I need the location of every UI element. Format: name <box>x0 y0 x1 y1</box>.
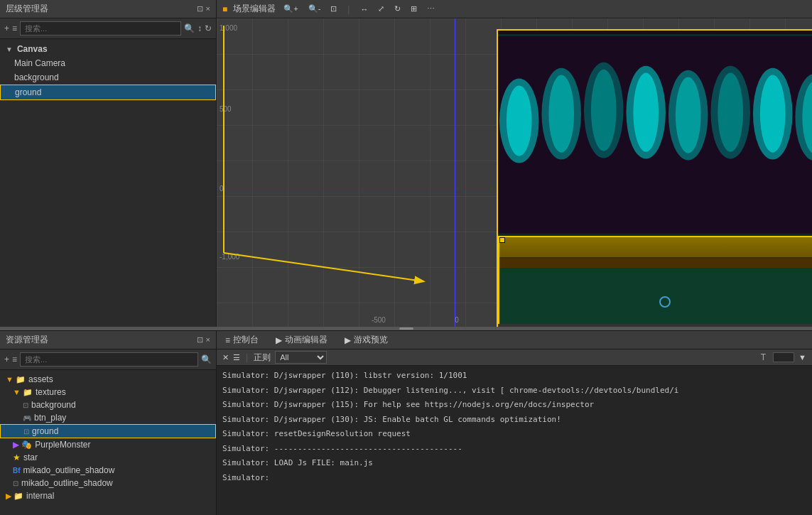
asset-item-textures[interactable]: ▼ 📁 textures <box>0 386 216 399</box>
preview-tab-icon: ▶ <box>345 335 351 345</box>
hierarchy-header: 层级管理器 ⊡ × <box>0 0 216 18</box>
hierarchy-search-button[interactable]: 🔍 <box>184 23 195 33</box>
hierarchy-icon-2[interactable]: × <box>206 4 210 13</box>
toolbar-btn-5[interactable]: ⋯ <box>425 4 437 14</box>
asset-item-background-texture[interactable]: ⊡ background <box>0 399 216 411</box>
asset-item-mikado-texture[interactable]: ⊡ mikado_outline_shadow <box>0 477 216 489</box>
hierarchy-refresh-button[interactable]: ↻ <box>205 23 212 33</box>
stop-button[interactable]: ✕ <box>222 353 229 362</box>
toolbar-btn-2[interactable]: ⤢ <box>376 4 386 14</box>
folder-icon-internal: ▶ 📁 <box>6 492 23 501</box>
hierarchy-sort-button[interactable]: ↕ <box>197 23 202 33</box>
texture-icon-bg: ⊡ <box>23 401 28 409</box>
asset-item-purple-monster[interactable]: ▶ 🎭 PurpleMonster <box>0 438 216 451</box>
console-toolbar: ✕ ☰ | 正则 All Errors Warnings T 14 ▼ <box>217 349 812 366</box>
hierarchy-search-bar: + ≡ 🔍 ↕ ↻ <box>0 18 216 39</box>
background-texture-label: background <box>31 400 76 410</box>
asset-item-assets[interactable]: ▼ 📁 assets <box>0 373 216 386</box>
scene-canvas[interactable]: 1,000 500 0 -1,000 -500 0 500 1,000 <box>217 18 812 327</box>
purple-icon: ▶ 🎭 <box>13 440 32 450</box>
folder-icon-assets: ▼ 📁 <box>6 375 26 384</box>
tab-preview[interactable]: ▶ 游戏预览 <box>336 331 396 349</box>
tree-item-canvas[interactable]: ▼ Canvas <box>0 42 216 56</box>
font-size-input[interactable]: 14 <box>773 352 794 362</box>
console-line-4: Simulator: resetDesignResolution request <box>222 427 806 442</box>
tab-console[interactable]: ≡ 控制台 <box>217 331 267 349</box>
preview-tab-label: 游戏预览 <box>354 334 388 346</box>
toolbar-btn-1[interactable]: ↔ <box>358 4 370 14</box>
star-label: star <box>23 452 38 462</box>
console-line-2: Simulator: D/jswrapper (115): For help s… <box>222 398 806 413</box>
toolbar-btn-3[interactable]: ↻ <box>392 4 403 14</box>
texture-icon-ground: ⊡ <box>23 428 29 435</box>
ground-label: ground <box>15 87 41 97</box>
ruler-bot-neg500: -500 <box>372 316 386 324</box>
assets-search-input[interactable] <box>20 352 198 367</box>
assets-header: 资源管理器 ⊡ × <box>0 331 216 349</box>
asset-item-mikado-bf[interactable]: Bf mikado_outline_shadow <box>0 464 216 477</box>
hierarchy-tree: ▼ Canvas Main Camera background ground <box>0 39 216 327</box>
console-content[interactable]: Simulator: D/jswrapper (110): libstr ver… <box>217 366 812 515</box>
collapse-canvas[interactable]: ▼ <box>6 45 13 53</box>
hierarchy-panel: 层级管理器 ⊡ × + ≡ 🔍 ↕ ↻ ▼ Canvas Main Camera <box>0 0 217 327</box>
asset-item-btn-play[interactable]: 🎮 btn_play <box>0 411 216 424</box>
toolbar-btn-4[interactable]: ⊞ <box>408 4 419 14</box>
background-label: background <box>14 72 59 82</box>
scene-title: 场景编辑器 <box>233 3 276 15</box>
ruler-1000: 1,000 <box>220 24 237 32</box>
texture-icon-btn: 🎮 <box>23 414 31 422</box>
file-button[interactable]: ☰ <box>233 353 240 362</box>
background-svg <box>498 34 812 236</box>
texture-icon-mikado: ⊡ <box>13 479 18 487</box>
tree-item-background[interactable]: background <box>0 70 216 85</box>
animation-tab-label: 动画编辑器 <box>285 334 327 346</box>
filter-select[interactable]: All Errors Warnings <box>275 351 327 364</box>
asset-item-internal[interactable]: ▶ 📁 internal <box>0 489 216 502</box>
hierarchy-icon-1[interactable]: ⊡ <box>197 4 203 13</box>
assets-panel: 资源管理器 ⊡ × + ≡ 🔍 ▼ 📁 assets ▼ 📁 textures <box>0 331 217 515</box>
canvas-label: Canvas <box>17 44 48 54</box>
internal-label: internal <box>26 491 54 501</box>
assets-icon-1[interactable]: ⊡ <box>197 335 203 345</box>
folder-icon-textures: ▼ 📁 <box>13 388 33 397</box>
game-viewport: 0 500 1,000 <box>497 29 812 327</box>
assets-search-bar: + ≡ 🔍 <box>0 349 216 370</box>
tab-animation[interactable]: ▶ 动画编辑器 <box>267 331 336 349</box>
assets-add-icon[interactable]: + <box>4 354 9 364</box>
console-line-0: Simulator: D/jswrapper (110): libstr ver… <box>222 369 806 384</box>
list-icon[interactable]: ≡ <box>12 23 17 33</box>
assets-search-button[interactable]: 🔍 <box>201 354 212 364</box>
assets-icon-2[interactable]: × <box>206 335 210 345</box>
animation-tab-icon: ▶ <box>276 335 282 345</box>
ruler-bot-0: 0 <box>455 316 459 324</box>
tree-item-ground[interactable]: ground <box>0 85 216 100</box>
zoom-in-button[interactable]: 🔍+ <box>281 4 300 14</box>
assets-list-icon[interactable]: ≡ <box>12 354 17 364</box>
scene-panel: ■ 场景编辑器 🔍+ 🔍- ⊡ | ↔ ⤢ ↻ ⊞ ⋯ 1,000 500 0 … <box>217 0 812 327</box>
font-size-down-button[interactable]: ▼ <box>799 353 806 362</box>
svg-point-12 <box>718 73 743 152</box>
hierarchy-search-input[interactable] <box>20 21 181 36</box>
ruler-500: 500 <box>220 105 232 113</box>
filter-label: 正则 <box>254 352 271 364</box>
assets-title: 资源管理器 <box>6 334 48 346</box>
hierarchy-title: 层级管理器 <box>6 3 48 15</box>
asset-item-star[interactable]: ★ star <box>0 451 216 464</box>
svg-point-10 <box>676 77 701 153</box>
console-panel: ≡ 控制台 ▶ 动画编辑器 ▶ 游戏预览 ✕ ☰ | 正则 All Errors… <box>217 331 812 515</box>
tree-item-main-camera[interactable]: Main Camera <box>0 56 216 70</box>
bf-icon: Bf <box>13 467 21 475</box>
asset-item-ground[interactable]: ⊡ ground <box>0 424 216 438</box>
purple-monster-label: PurpleMonster <box>35 440 90 450</box>
console-tab-label: 控制台 <box>233 334 259 346</box>
console-line-7: Simulator: <box>222 471 806 486</box>
svg-point-2 <box>507 85 532 156</box>
console-line-6: Simulator: LOAD Js FILE: main.js <box>222 456 806 471</box>
add-icon[interactable]: + <box>4 23 9 33</box>
btn-play-label: btn_play <box>34 413 66 423</box>
console-line-3: Simulator: D/jswrapper (130): JS: Enable… <box>222 413 806 428</box>
scene-header: ■ 场景编辑器 🔍+ 🔍- ⊡ | ↔ ⤢ ↻ ⊞ ⋯ <box>217 0 812 18</box>
zoom-out-button[interactable]: 🔍- <box>306 4 323 14</box>
fit-button[interactable]: ⊡ <box>328 4 339 14</box>
svg-point-4 <box>548 75 574 153</box>
